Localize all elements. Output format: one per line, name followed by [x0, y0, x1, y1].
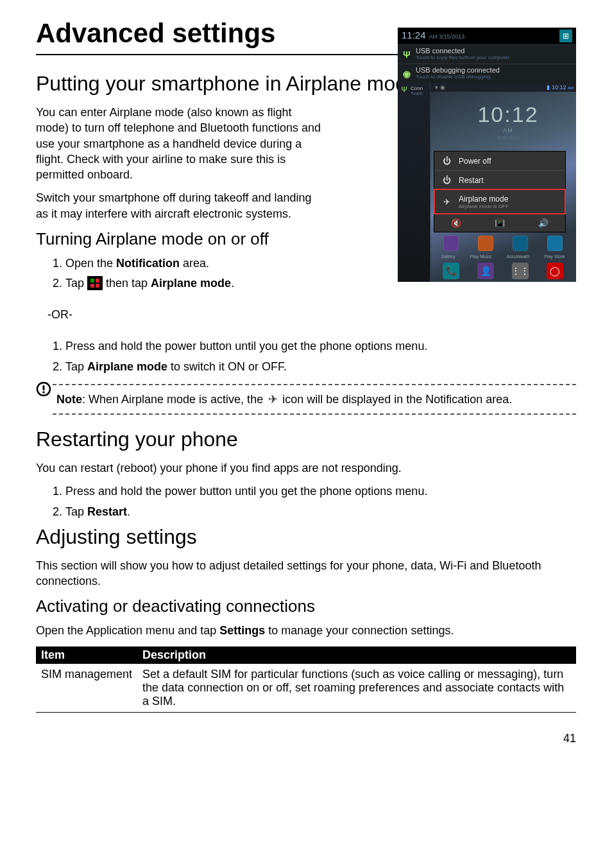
mute-icon: 🔇	[434, 214, 478, 232]
apps-tile-icon	[87, 276, 103, 290]
figure-statusbar-clock: 11:24	[402, 30, 426, 40]
figure-app-row	[434, 236, 572, 251]
quick-settings-icon: ⊞	[559, 30, 572, 42]
section1-p1: You can enter Airplane mode (also known …	[36, 105, 325, 182]
airplane-icon: ✈	[266, 392, 279, 407]
svg-point-2	[42, 391, 44, 393]
vibrate-icon: 📳	[478, 214, 522, 232]
figure-clock-widget: 10:12 AM 3/28/2013	[445, 102, 571, 141]
list-item: Tap Airplane mode to switch it ON or OFF…	[65, 359, 576, 375]
list-item: Press and hold the power button until yo…	[65, 483, 576, 499]
figure-menu-poweroff: ⏻ Power off	[434, 152, 565, 170]
steps-list-1: Open the Notification area. Tap then tap…	[36, 256, 361, 291]
dock-apps-icon: ⋮⋮	[512, 263, 529, 279]
section-restart-title: Restarting your phone	[36, 428, 576, 451]
or-separator: -OR-	[47, 308, 576, 322]
android-icon: ◉	[398, 69, 416, 79]
steps-list-restart: Press and hold the power button until yo…	[36, 483, 576, 519]
table-cell-desc: Set a default SIM for particular functio…	[137, 664, 576, 713]
airplane-icon: ✈	[441, 197, 452, 207]
section3-p1: This section will show you how to adjust…	[36, 558, 576, 589]
warning-icon	[36, 381, 51, 397]
connections-table: Item Description SIM management Set a de…	[36, 647, 576, 713]
sound-icon: 🔊	[522, 214, 565, 232]
mini-status-icons: ▾ ◉	[435, 84, 445, 91]
figure-phone-screenshot: 11:24 AM3/15/2013 ⊞ Ψ USB connected Touc…	[398, 28, 576, 282]
figure-menu-airplane: ✈ Airplane mode Airplane mode is OFF	[434, 189, 565, 214]
list-item: Press and hold the power button until yo…	[65, 338, 576, 354]
dock-phone-icon: 📞	[443, 263, 459, 279]
figure-power-menu: ⏻ Power off ⏻ Restart ✈ Airplane mode Ai…	[434, 151, 566, 232]
figure-notif-usb-debug: ◉ USB debugging connected Touch to disab…	[398, 64, 576, 83]
table-header-description: Description	[137, 647, 576, 664]
list-item: Tap then tap Airplane mode.	[65, 275, 361, 291]
figure-notif1-title: USB connected	[416, 47, 574, 55]
list-item: Open the Notification area.	[65, 256, 361, 272]
table-row: SIM management Set a default SIM for par…	[36, 664, 576, 713]
section3a-p1: Open the Application menu and tap Settin…	[36, 623, 576, 638]
app-playstore-icon	[547, 236, 563, 251]
figure-notif2-sub: Touch to disable USB debugging.	[416, 74, 574, 80]
steps-list-alt: Press and hold the power button until yo…	[36, 338, 576, 374]
section-adjusting-title: Adjusting settings	[36, 525, 576, 549]
usb-icon: Ψ	[400, 85, 409, 93]
app-accuweather-icon	[513, 236, 528, 251]
figure-notif1-sub: Touch to copy files to/from your compute…	[416, 55, 574, 60]
figure-notif-usb-connected: Ψ USB connected Touch to copy files to/f…	[398, 44, 576, 64]
section1-p2: Switch your smartphone off during takeof…	[36, 190, 325, 221]
table-cell-item: SIM management	[36, 664, 137, 713]
figure-notif2-title: USB debugging connected	[416, 66, 574, 74]
figure-menu-restart: ⏻ Restart	[434, 170, 565, 189]
figure-statusbar-date: 3/15/2013	[439, 33, 464, 40]
section2-p1: You can restart (reboot) your phone if y…	[36, 460, 576, 476]
list-item: Tap Restart.	[65, 504, 576, 520]
svg-rect-1	[43, 385, 45, 390]
dock-contacts-icon: 👤	[477, 263, 494, 279]
figure-left-column: Ψ Conn Touch	[398, 83, 430, 282]
table-header-item: Item	[36, 647, 137, 664]
power-icon: ⏻	[441, 156, 452, 166]
power-icon: ⏻	[441, 175, 452, 185]
figure-app-labels: Gallery Play Music AccuWeath Play Store	[434, 254, 572, 259]
page-number: 41	[36, 732, 576, 745]
figure-statusbar: 11:24 AM3/15/2013 ⊞	[398, 28, 576, 44]
mini-signal-icons: ▮ 10:12 AM	[547, 84, 574, 91]
note-block: Note: When Airplane mode is active, the …	[36, 384, 576, 415]
subsection-activating-title: Activating or deactivating connections	[36, 596, 576, 616]
app-gallery-icon	[443, 236, 459, 251]
figure-left-touch: Touch	[411, 91, 423, 96]
figure-dock: 📞 👤 ⋮⋮ ◯	[434, 263, 572, 279]
app-playmusic-icon	[478, 236, 493, 251]
figure-statusbar-ampm: AM	[429, 33, 438, 40]
figure-menu-bottom-row: 🔇 📳 🔊	[434, 214, 565, 232]
dock-chrome-icon: ◯	[547, 263, 563, 279]
figure-left-conn: Conn	[411, 85, 423, 91]
usb-icon: Ψ	[398, 49, 416, 60]
